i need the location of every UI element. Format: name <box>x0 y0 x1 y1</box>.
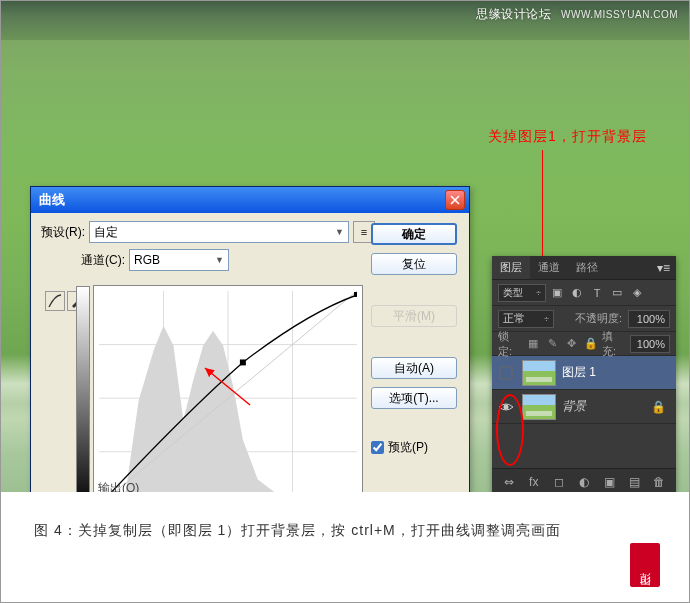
eye-icon <box>498 401 514 413</box>
titlebar[interactable]: 曲线 <box>31 187 469 213</box>
empty-eye-icon <box>499 366 513 380</box>
svg-point-12 <box>504 404 509 409</box>
tab-channels[interactable]: 通道 <box>530 256 568 279</box>
panel-menu-icon[interactable]: ▾≡ <box>651 257 676 279</box>
layer-thumbnail <box>522 394 556 420</box>
chevron-down-icon: ÷ <box>544 314 549 324</box>
watermark: 思缘设计论坛 WWW.MISSYUAN.COM <box>476 6 678 23</box>
layer-row[interactable]: 图层 1 <box>492 356 676 390</box>
channel-value: RGB <box>134 253 160 267</box>
annotation-text: 关掉图层1，打开背景层 <box>488 128 647 146</box>
curve-tool-icon[interactable] <box>45 291 65 311</box>
new-layer-icon[interactable]: ▤ <box>626 473 643 491</box>
filter-type-icon[interactable]: T <box>588 284 606 302</box>
mask-icon[interactable]: ◻ <box>550 473 567 491</box>
preview-label: 预览(P) <box>388 439 428 456</box>
group-icon[interactable]: ▣ <box>601 473 618 491</box>
lock-transparency-icon[interactable]: ▦ <box>526 336 541 352</box>
caption-text: 图 4：关掉复制层（即图层 1）打开背景层，按 ctrl+M，打开曲线调整调亮画… <box>34 522 561 540</box>
chevron-down-icon: ÷ <box>536 288 541 298</box>
cancel-button[interactable]: 复位 <box>371 253 457 275</box>
trash-icon[interactable]: 🗑 <box>651 473 668 491</box>
dialog-title: 曲线 <box>35 191 445 209</box>
adjustment-icon[interactable]: ◐ <box>575 473 592 491</box>
filter-smart-icon[interactable]: ◈ <box>628 284 646 302</box>
preview-checkbox-input[interactable] <box>371 441 384 454</box>
output-gradient <box>76 286 90 510</box>
visibility-toggle[interactable] <box>496 363 516 383</box>
ok-button[interactable]: 确定 <box>371 223 457 245</box>
preset-value: 自定 <box>94 224 118 241</box>
lock-all-icon[interactable]: 🔒 <box>583 336 598 352</box>
svg-line-10 <box>205 368 250 405</box>
lock-label: 锁定: <box>498 329 522 359</box>
fill-value: 100% <box>637 338 665 350</box>
layer-thumbnail <box>522 360 556 386</box>
close-button[interactable] <box>445 190 465 210</box>
layer-name: 背景 <box>562 398 586 415</box>
opacity-value: 100% <box>637 313 665 325</box>
caption-area: 图 4：关掉复制层（即图层 1）打开背景层，按 ctrl+M，打开曲线调整调亮画… <box>0 492 690 603</box>
link-layers-icon[interactable]: ⇔ <box>500 473 517 491</box>
author-seal: 彭山 <box>630 543 660 587</box>
visibility-toggle[interactable] <box>496 397 516 417</box>
lock-icon: 🔒 <box>651 400 666 414</box>
filter-adjust-icon[interactable]: ◐ <box>568 284 586 302</box>
auto-button[interactable]: 自动(A) <box>371 357 457 379</box>
filter-pixel-icon[interactable]: ▣ <box>548 284 566 302</box>
lock-pixels-icon[interactable]: ✎ <box>545 336 560 352</box>
fx-icon[interactable]: fx <box>525 473 542 491</box>
kind-label: 类型 <box>503 286 523 300</box>
red-arrow-annotation <box>195 360 255 410</box>
options-button[interactable]: 选项(T)... <box>371 387 457 409</box>
opacity-input[interactable]: 100% <box>628 310 670 328</box>
watermark-cn: 思缘设计论坛 <box>476 7 551 21</box>
fill-label: 填充: <box>602 329 626 359</box>
filter-shape-icon[interactable]: ▭ <box>608 284 626 302</box>
preset-label: 预设(R): <box>41 224 85 241</box>
preview-checkbox[interactable]: 预览(P) <box>371 439 457 456</box>
layers-panel: 图层 通道 路径 ▾≡ 类型 ÷ ▣ ◐ T ▭ ◈ 正常 ÷ 不透明度: 10… <box>492 256 676 494</box>
layer-list: 图层 1 背景 🔒 <box>492 356 676 424</box>
blend-mode-select[interactable]: 正常 ÷ <box>498 310 554 328</box>
lock-position-icon[interactable]: ✥ <box>564 336 579 352</box>
channel-select[interactable]: RGB ▼ <box>129 249 229 271</box>
smooth-button: 平滑(M) <box>371 305 457 327</box>
opacity-label: 不透明度: <box>575 311 622 326</box>
tab-layers[interactable]: 图层 <box>492 256 530 279</box>
fill-input[interactable]: 100% <box>630 335 670 353</box>
curves-dialog: 曲线 预设(R): 自定 ▼ ≡ 通道(C): RGB ▼ <box>30 186 470 516</box>
channel-label: 通道(C): <box>81 252 125 269</box>
svg-rect-11 <box>500 367 512 379</box>
layer-kind-select[interactable]: 类型 ÷ <box>498 284 546 302</box>
chevron-down-icon: ▼ <box>335 227 344 237</box>
preset-select[interactable]: 自定 ▼ <box>89 221 349 243</box>
close-icon <box>450 195 460 205</box>
layer-row[interactable]: 背景 🔒 <box>492 390 676 424</box>
chevron-down-icon: ▼ <box>215 255 224 265</box>
svg-rect-9 <box>354 292 357 297</box>
watermark-en: WWW.MISSYUAN.COM <box>561 9 678 20</box>
tab-paths[interactable]: 路径 <box>568 256 606 279</box>
blend-mode-value: 正常 <box>503 311 525 326</box>
layer-name: 图层 1 <box>562 364 596 381</box>
